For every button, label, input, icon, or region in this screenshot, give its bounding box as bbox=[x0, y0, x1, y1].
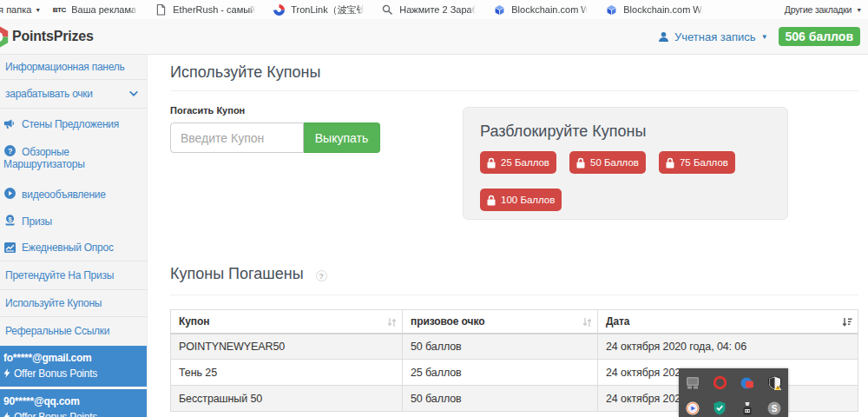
blockchain-icon bbox=[605, 3, 617, 16]
other-bookmarks-label: Другие закладки bbox=[785, 4, 852, 15]
column-header-points[interactable]: призовое очко bbox=[403, 310, 598, 334]
sidebar-item-survey-routers[interactable]: ? Обзорные Маршрутизаторы bbox=[0, 138, 147, 181]
user-icon bbox=[658, 31, 669, 43]
media-player-icon[interactable] bbox=[686, 401, 700, 415]
points-balance-button[interactable]: 506 баллов bbox=[779, 27, 860, 46]
bookmark-item[interactable]: Нажмите 2 Зараб bbox=[372, 0, 484, 19]
sidebar-item-earn-points[interactable]: зарабатывать очки bbox=[0, 80, 147, 109]
bookmarks-list: ая папка ▼ BTC Ваша реклама в с EtherRus… bbox=[0, 0, 712, 19]
sidebar: Информационная панель зарабатывать очки … bbox=[0, 55, 148, 417]
other-bookmarks-caret-icon: ▼ bbox=[856, 7, 862, 13]
redeem-form: Погасить Купон Выкупать bbox=[170, 104, 463, 220]
magnifier-icon bbox=[381, 3, 393, 16]
bookmark-item[interactable]: Blockchain.com Wa bbox=[484, 0, 596, 19]
bookmark-item[interactable]: BTC Ваша реклама в с bbox=[44, 0, 146, 19]
opera-icon[interactable] bbox=[713, 376, 727, 390]
document-icon bbox=[155, 3, 167, 16]
bookmarks-bar: ая папка ▼ BTC Ваша реклама в с EtherRus… bbox=[0, 0, 868, 19]
unlock-button-label: 75 Баллов bbox=[680, 157, 728, 168]
blockchain-icon bbox=[493, 3, 505, 16]
sidebar-item-video-ads[interactable]: видеообъявление bbox=[0, 181, 147, 208]
bookmark-item[interactable]: TronLink（波宝钱包 bbox=[264, 0, 372, 19]
sort-both-icon bbox=[582, 317, 592, 328]
sidebar-account-gmail[interactable]: fo*****@gmail.com Offer Bonus Points bbox=[0, 346, 147, 387]
bookmark-label: Нажмите 2 Зараб bbox=[399, 4, 476, 15]
unlock-button-label: 100 Баллов bbox=[501, 195, 555, 205]
account-offer-label: Offer Bonus Points bbox=[14, 367, 97, 380]
donate-icon: $ bbox=[3, 215, 16, 227]
play-circle-icon bbox=[3, 188, 16, 200]
account-offer-label: Offer Bonus Points bbox=[14, 411, 97, 417]
cell-date: 24 октября 2020 года, 04: 06 bbox=[598, 334, 858, 360]
site-header: PointsPrizes Учетная запись ▼ 506 баллов bbox=[0, 19, 868, 55]
account-email: fo*****@gmail.com bbox=[3, 352, 140, 364]
column-header-coupon[interactable]: Купон bbox=[171, 310, 403, 334]
sidebar-item-claim-prizes[interactable]: Претендуйте На Призы bbox=[0, 261, 147, 290]
account-caret-icon: ▼ bbox=[761, 33, 768, 41]
svg-text:S: S bbox=[772, 403, 778, 413]
sidebar-item-label: Используйте Купоны bbox=[5, 297, 102, 309]
defender-warning-icon[interactable] bbox=[767, 376, 781, 390]
sidebar-item-dashboard[interactable]: Информационная панель bbox=[0, 55, 147, 80]
sort-desc-icon bbox=[842, 317, 852, 328]
bookmark-item[interactable]: EtherRush - самый bbox=[146, 0, 264, 19]
column-header-date[interactable]: Дата bbox=[598, 310, 858, 334]
antivirus-shield-icon[interactable] bbox=[713, 401, 727, 415]
question-circle-icon[interactable]: ? bbox=[316, 270, 327, 281]
cell-coupon: Тень 25 bbox=[171, 360, 403, 386]
redeem-button[interactable]: Выкупать bbox=[304, 122, 380, 153]
bookmark-label: Blockchain.com Wa bbox=[623, 4, 703, 15]
skype-offline-icon[interactable]: S bbox=[767, 401, 781, 415]
wallet-app-icon[interactable] bbox=[740, 376, 754, 390]
unlock-25-button[interactable]: 25 Баллов bbox=[480, 151, 556, 174]
bookmark-item[interactable]: Blockchain.com Wa bbox=[596, 0, 712, 19]
sidebar-item-label: Стены Предложения bbox=[22, 118, 119, 130]
account-menu[interactable]: Учетная запись ▼ bbox=[658, 30, 768, 43]
sidebar-item-use-coupons[interactable]: Используйте Купоны bbox=[0, 290, 147, 317]
table-row[interactable]: POINTYNEWYEAR50 50 баллов 24 октября 202… bbox=[171, 334, 858, 360]
sidebar-account-qq[interactable]: 90*****@qq.com Offer Bonus Points bbox=[0, 389, 147, 417]
bookmark-label: TronLink（波宝钱包 bbox=[291, 3, 364, 17]
sidebar-item-referral-links[interactable]: Реферальные Ссылки bbox=[0, 317, 147, 346]
lock-icon bbox=[576, 157, 585, 169]
cell-points: 50 баллов bbox=[403, 334, 598, 360]
page-title: Используйте Купоны bbox=[170, 63, 858, 82]
sidebar-item-offer-walls[interactable]: Стены Предложения bbox=[0, 111, 147, 138]
sidebar-item-prizes[interactable]: $ Призы bbox=[0, 208, 147, 235]
unlock-100-button[interactable]: 100 Баллов bbox=[480, 189, 562, 211]
other-bookmarks[interactable]: Другие закладки ▼ bbox=[783, 4, 864, 15]
lock-icon bbox=[487, 195, 496, 206]
lightning-icon bbox=[3, 368, 10, 378]
sidebar-item-daily-poll[interactable]: Ежедневный Опрос bbox=[0, 235, 147, 261]
chevron-down-icon bbox=[129, 91, 138, 96]
utility-icon[interactable] bbox=[740, 401, 754, 415]
history-title: Купоны Погашены bbox=[170, 265, 304, 283]
header-right: Учетная запись ▼ 506 баллов bbox=[658, 27, 868, 46]
main-content: Используйте Купоны Погасить Купон Выкупа… bbox=[148, 55, 868, 417]
sidebar-item-label: видеообъявление bbox=[22, 188, 106, 200]
btc-icon: BTC bbox=[53, 3, 65, 16]
table-header-row: Купон призовое очко Дата bbox=[171, 310, 858, 334]
sidebar-item-label: Обзорные Маршрутизаторы bbox=[3, 145, 85, 170]
tronlink-icon bbox=[273, 3, 285, 16]
unlock-50-button[interactable]: 50 Баллов bbox=[569, 151, 646, 174]
lock-icon bbox=[666, 157, 674, 169]
unlock-panel-title: Разблокируйте Купоны bbox=[480, 122, 771, 141]
remote-desktop-icon[interactable] bbox=[686, 376, 700, 390]
history-divider bbox=[170, 295, 858, 295]
redeem-label: Погасить Купон bbox=[170, 105, 463, 116]
lock-icon bbox=[487, 157, 496, 169]
content: Информационная панель зарабатывать очки … bbox=[0, 55, 868, 417]
bookmark-folder[interactable]: ая папка ▼ bbox=[0, 0, 44, 19]
brand[interactable]: PointsPrizes bbox=[0, 19, 94, 54]
question-circle-icon: ? bbox=[3, 145, 16, 157]
brand-name: PointsPrizes bbox=[12, 29, 94, 44]
sidebar-item-label: Информационная панель bbox=[5, 61, 124, 73]
sidebar-item-label: Реферальные Ссылки bbox=[5, 325, 109, 337]
sidebar-item-label: Ежедневный Опрос bbox=[22, 242, 114, 254]
unlock-75-button[interactable]: 75 Баллов bbox=[659, 151, 735, 174]
unlock-coupons-panel: Разблокируйте Купоны 25 Баллов 50 bbox=[463, 107, 788, 220]
cell-coupon: Бесстрашный 50 bbox=[171, 386, 403, 412]
megaphone-icon bbox=[3, 118, 16, 130]
coupon-input[interactable] bbox=[170, 122, 304, 153]
